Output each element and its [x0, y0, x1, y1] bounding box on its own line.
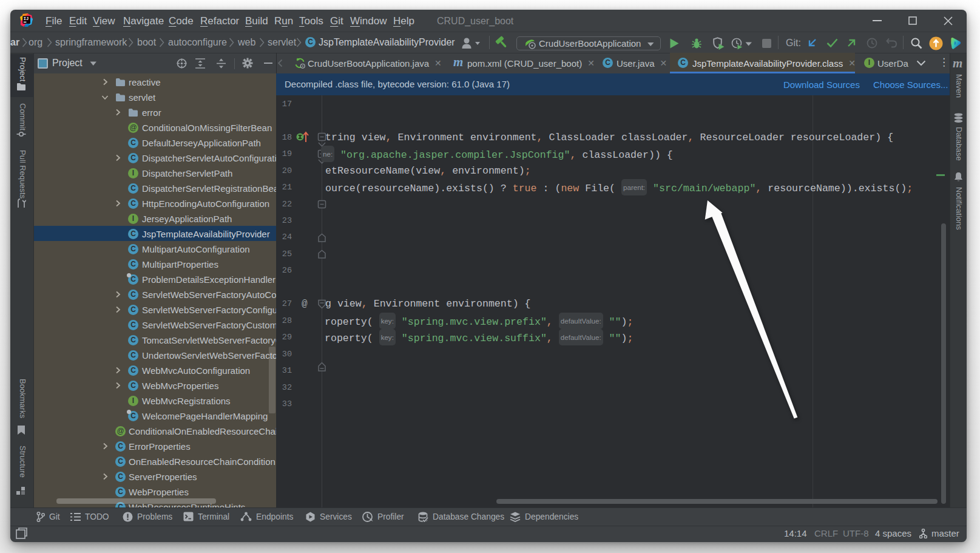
svg-text:IJ: IJ — [24, 16, 29, 21]
